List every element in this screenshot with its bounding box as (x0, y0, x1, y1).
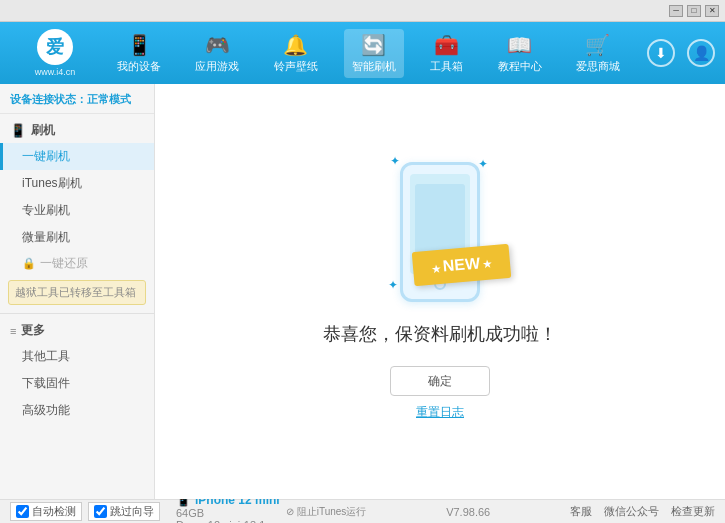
sidebar: 设备连接状态：正常模式 📱 刷机 一键刷机 iTunes刷机 专业刷机 微量刷机… (0, 84, 155, 499)
sidebar-item-download-firmware[interactable]: 下载固件 (0, 370, 154, 397)
section-flash-header: 📱 刷机 (0, 118, 154, 143)
main-area: 设备连接状态：正常模式 📱 刷机 一键刷机 iTunes刷机 专业刷机 微量刷机… (0, 84, 725, 499)
smart-flash-icon: 🔄 (361, 33, 386, 57)
sparkle-icon-bl: ✦ (388, 278, 398, 292)
device-storage: 64GB (176, 507, 280, 519)
check-update-link[interactable]: 检查更新 (671, 504, 715, 519)
skip-guide-input[interactable] (94, 505, 107, 518)
bottom-bar: 自动检测 跳过向导 📱 iPhone 12 mini 64GB Down-12m… (0, 499, 725, 523)
jailbreak-notice: 越狱工具已转移至工具箱 (8, 280, 146, 305)
download-btn[interactable]: ⬇ (647, 39, 675, 67)
bottom-right: 客服 微信公众号 检查更新 (570, 504, 715, 519)
lock-icon: 🔒 (22, 257, 36, 270)
ringtones-icon: 🔔 (283, 33, 308, 57)
sidebar-item-itunes-flash[interactable]: iTunes刷机 (0, 170, 154, 197)
sidebar-item-one-click-flash[interactable]: 一键刷机 (0, 143, 154, 170)
app-games-icon: 🎮 (205, 33, 230, 57)
nav-item-my-device[interactable]: 📱 我的设备 (109, 29, 169, 78)
auto-connect-input[interactable] (16, 505, 29, 518)
skip-guide-label: 跳过向导 (110, 504, 154, 519)
restore-label: 一键还原 (40, 255, 88, 272)
connection-status: 设备连接状态：正常模式 (0, 88, 154, 114)
sidebar-divider (0, 313, 154, 314)
itunes-notice: ⊘ 阻止iTunes运行 (286, 505, 367, 519)
sparkle-icon-tl: ✦ (390, 154, 400, 168)
auto-connect-label: 自动检测 (32, 504, 76, 519)
auto-connect-checkbox[interactable]: 自动检测 (10, 502, 82, 521)
sidebar-spacer (0, 424, 154, 499)
title-bar: ─ □ ✕ (0, 0, 725, 22)
wechat-link[interactable]: 微信公众号 (604, 504, 659, 519)
nav-item-ringtones[interactable]: 🔔 铃声壁纸 (266, 29, 326, 78)
nav-item-store[interactable]: 🛒 爱思商城 (568, 29, 628, 78)
more-section-icon: ≡ (10, 325, 16, 337)
tutorials-icon: 📖 (507, 33, 532, 57)
confirm-button[interactable]: 确定 (390, 366, 490, 396)
tutorials-label: 教程中心 (498, 59, 542, 74)
section-more-header: ≡ 更多 (0, 318, 154, 343)
logo-area: 爱 www.i4.cn (10, 29, 100, 77)
ringtones-label: 铃声壁纸 (274, 59, 318, 74)
sparkle-icon-tr: ✦ (478, 157, 488, 171)
store-label: 爱思商城 (576, 59, 620, 74)
itunes-icon: ⊘ (286, 506, 294, 517)
maximize-btn[interactable]: □ (687, 5, 701, 17)
store-icon: 🛒 (585, 33, 610, 57)
skip-guide-checkbox[interactable]: 跳过向导 (88, 502, 160, 521)
nav-item-smart-flash[interactable]: 🔄 智能刷机 (344, 29, 404, 78)
again-link[interactable]: 重置日志 (416, 404, 464, 421)
user-btn[interactable]: 👤 (687, 39, 715, 67)
sidebar-item-pro-flash[interactable]: 专业刷机 (0, 197, 154, 224)
more-section-label: 更多 (21, 322, 45, 339)
nav-item-app-games[interactable]: 🎮 应用游戏 (187, 29, 247, 78)
service-link[interactable]: 客服 (570, 504, 592, 519)
sidebar-item-other-tools[interactable]: 其他工具 (0, 343, 154, 370)
minimize-btn[interactable]: ─ (669, 5, 683, 17)
top-nav: 爱 www.i4.cn 📱 我的设备 🎮 应用游戏 🔔 铃声壁纸 🔄 智能刷机 … (0, 22, 725, 84)
window-controls[interactable]: ─ □ ✕ (669, 5, 719, 17)
app-games-label: 应用游戏 (195, 59, 239, 74)
content-area: ✦ ✦ ✦ NEW 恭喜您，保资料刷机成功啦！ 确定 重置日志 (155, 84, 725, 499)
itunes-notice-text: 阻止iTunes运行 (297, 505, 367, 519)
status-value: 正常模式 (87, 93, 131, 105)
sidebar-item-no-data-flash[interactable]: 微量刷机 (0, 224, 154, 251)
toolbox-icon: 🧰 (434, 33, 459, 57)
sidebar-item-one-click-restore: 🔒 一键还原 (0, 251, 154, 276)
nav-items: 📱 我的设备 🎮 应用游戏 🔔 铃声壁纸 🔄 智能刷机 🧰 工具箱 📖 教程中心… (100, 29, 637, 78)
sidebar-item-advanced[interactable]: 高级功能 (0, 397, 154, 424)
logo-icon: 爱 (37, 29, 73, 65)
phone-illustration: ✦ ✦ ✦ NEW (400, 162, 480, 302)
status-label-text: 设备连接状态： (10, 93, 87, 105)
new-ribbon: NEW (412, 244, 511, 286)
my-device-label: 我的设备 (117, 59, 161, 74)
nav-right: ⬇ 👤 (647, 39, 715, 67)
my-device-icon: 📱 (127, 33, 152, 57)
version-info: V7.98.66 (446, 506, 490, 518)
flash-section-icon: 📱 (10, 123, 26, 138)
smart-flash-label: 智能刷机 (352, 59, 396, 74)
logo-url: www.i4.cn (35, 67, 76, 77)
device-model: Down-12mini-13,1 (176, 519, 280, 524)
success-message: 恭喜您，保资料刷机成功啦！ (323, 322, 557, 346)
nav-item-toolbox[interactable]: 🧰 工具箱 (422, 29, 471, 78)
toolbox-label: 工具箱 (430, 59, 463, 74)
nav-item-tutorials[interactable]: 📖 教程中心 (490, 29, 550, 78)
close-btn[interactable]: ✕ (705, 5, 719, 17)
flash-section-label: 刷机 (31, 122, 55, 139)
